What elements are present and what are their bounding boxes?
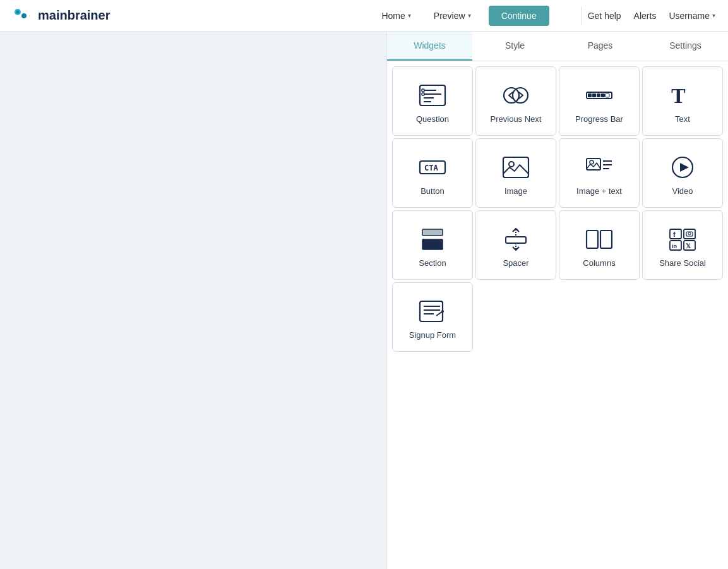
canvas-area[interactable] xyxy=(0,32,387,569)
widget-text[interactable]: T Text xyxy=(642,66,723,136)
svg-rect-8 xyxy=(422,89,424,92)
image-label: Image xyxy=(504,186,527,196)
logo-icon xyxy=(13,6,33,26)
nav-divider xyxy=(581,6,582,25)
svg-rect-30 xyxy=(422,229,443,236)
tab-pages[interactable]: Pages xyxy=(558,32,643,61)
svg-text:𝕏: 𝕏 xyxy=(686,243,691,249)
section-icon xyxy=(417,227,448,252)
section-label: Section xyxy=(419,258,446,268)
spacer-icon xyxy=(500,227,532,252)
tab-widgets[interactable]: Widgets xyxy=(387,32,472,61)
svg-point-10 xyxy=(504,88,519,103)
nav-right: Get help Alerts Username ▾ xyxy=(588,11,715,21)
svg-rect-35 xyxy=(587,231,598,248)
widget-signup-form[interactable]: Signup Form xyxy=(392,282,473,352)
username-menu[interactable]: Username ▾ xyxy=(669,11,715,21)
widget-columns[interactable]: Columns xyxy=(559,210,640,280)
progress-bar-label: Progress Bar xyxy=(575,114,623,124)
columns-icon xyxy=(583,227,615,252)
previous-next-icon xyxy=(500,83,532,108)
widget-share-social[interactable]: f in 𝕏 Share Social xyxy=(642,210,723,280)
svg-point-11 xyxy=(513,88,528,103)
svg-rect-14 xyxy=(592,93,596,97)
share-social-icon: f in 𝕏 xyxy=(667,227,698,252)
svg-rect-13 xyxy=(588,93,592,97)
video-label: Video xyxy=(672,186,693,196)
previous-next-label: Previous Next xyxy=(491,114,542,124)
svg-point-24 xyxy=(590,160,594,164)
svg-point-51 xyxy=(441,310,444,313)
progress-bar-icon xyxy=(583,83,615,108)
panel-tabs: Widgets Style Pages Settings xyxy=(387,32,728,61)
svg-rect-31 xyxy=(422,239,443,249)
right-panel: Widgets Style Pages Settings xyxy=(387,32,728,569)
share-social-label: Share Social xyxy=(659,258,706,268)
widget-section[interactable]: Section xyxy=(392,210,473,280)
home-chevron-icon: ▾ xyxy=(408,12,411,19)
svg-rect-23 xyxy=(587,159,600,170)
get-help-link[interactable]: Get help xyxy=(588,11,621,21)
continue-button[interactable]: Continue xyxy=(489,6,549,26)
svg-point-2 xyxy=(21,13,27,18)
widgets-grid: Question Previous Next xyxy=(387,61,728,357)
nav-home[interactable]: Home ▾ xyxy=(376,8,415,23)
text-icon: T xyxy=(667,83,698,108)
image-text-icon xyxy=(583,155,615,180)
svg-point-41 xyxy=(688,232,691,235)
svg-text:T: T xyxy=(671,84,686,107)
svg-rect-9 xyxy=(422,93,424,95)
signup-form-icon xyxy=(417,299,448,324)
svg-rect-39 xyxy=(684,229,695,239)
text-label: Text xyxy=(675,114,690,124)
widget-video[interactable]: Video xyxy=(642,138,723,208)
logo-text: mainbrainer xyxy=(38,8,110,23)
svg-rect-16 xyxy=(601,93,605,97)
main-layout: Widgets Style Pages Settings xyxy=(0,32,728,569)
svg-text:CTA: CTA xyxy=(424,164,438,172)
alerts-link[interactable]: Alerts xyxy=(634,11,657,21)
widget-progress-bar[interactable]: Progress Bar xyxy=(559,66,640,136)
video-icon xyxy=(667,155,698,180)
widget-button[interactable]: CTA Button xyxy=(392,138,473,208)
image-icon xyxy=(500,155,532,180)
svg-marker-29 xyxy=(680,163,689,172)
svg-rect-46 xyxy=(420,301,443,321)
svg-rect-36 xyxy=(600,231,612,248)
nav-center: Home ▾ Preview ▾ Continue xyxy=(376,6,561,26)
svg-rect-17 xyxy=(606,93,609,97)
preview-chevron-icon: ▾ xyxy=(468,12,471,19)
button-icon: CTA xyxy=(417,155,448,180)
logo[interactable]: mainbrainer xyxy=(13,6,110,26)
svg-point-22 xyxy=(509,162,514,167)
nav-preview[interactable]: Preview ▾ xyxy=(429,8,476,23)
widget-spacer[interactable]: Spacer xyxy=(475,210,556,280)
button-label: Button xyxy=(421,186,445,196)
svg-text:in: in xyxy=(672,243,677,249)
widget-image[interactable]: Image xyxy=(475,138,556,208)
image-text-label: Image + text xyxy=(576,186,622,196)
question-label: Question xyxy=(416,114,449,124)
tab-style[interactable]: Style xyxy=(472,32,558,61)
svg-rect-15 xyxy=(597,93,600,97)
signup-form-label: Signup Form xyxy=(409,330,456,340)
svg-rect-32 xyxy=(506,237,526,243)
widget-previous-next[interactable]: Previous Next xyxy=(475,66,556,136)
svg-rect-37 xyxy=(670,229,681,239)
svg-rect-21 xyxy=(503,157,528,177)
widget-image-text[interactable]: Image + text xyxy=(559,138,640,208)
navbar: mainbrainer Home ▾ Preview ▾ Continue Ge… xyxy=(0,0,728,32)
svg-point-1 xyxy=(16,10,20,13)
question-icon xyxy=(417,83,448,108)
spacer-label: Spacer xyxy=(503,258,528,268)
columns-label: Columns xyxy=(583,258,615,268)
username-chevron-icon: ▾ xyxy=(712,12,715,19)
widget-question[interactable]: Question xyxy=(392,66,473,136)
tab-settings[interactable]: Settings xyxy=(643,32,728,61)
svg-text:f: f xyxy=(673,231,676,238)
